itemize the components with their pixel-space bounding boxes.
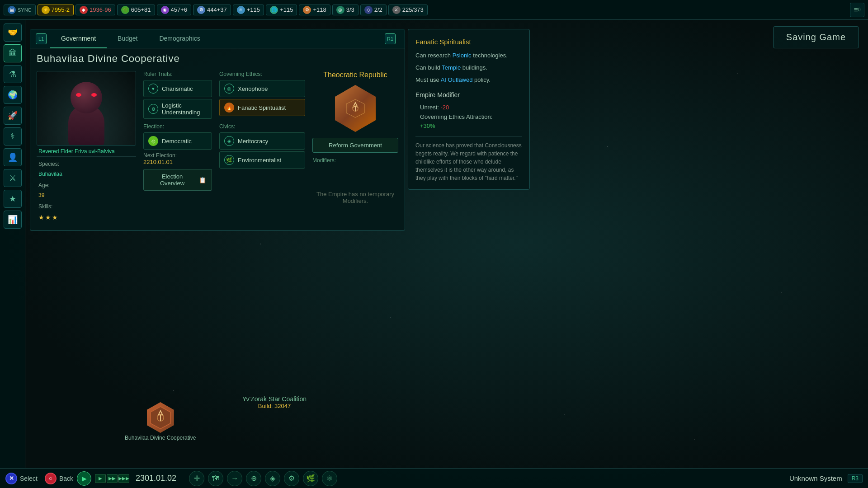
nav-goto[interactable]: → <box>227 471 242 486</box>
unity-icon: 🌐 <box>270 6 278 14</box>
civic-environmentalist[interactable]: 🌿 Environmentalist <box>219 151 305 169</box>
navy-icon: ◇ <box>364 6 373 14</box>
gov-type-svg <box>344 97 367 120</box>
sidebar-btn-special[interactable]: ★ <box>4 190 22 208</box>
nav-special3[interactable]: 🌿 <box>303 471 318 486</box>
leader-portrait <box>37 71 136 145</box>
resource-empire[interactable]: 🏛 SYNC <box>4 5 36 15</box>
nav-special4[interactable]: ⚛ <box>322 471 337 486</box>
nav-select[interactable]: ⊕ <box>246 471 261 486</box>
democratic-icon: ◎ <box>148 136 158 146</box>
modifiers-label: Modifiers: <box>312 157 398 164</box>
spiritualist-label: Fanatic Spiritualist <box>238 104 286 111</box>
tab-demographics[interactable]: Demographics <box>148 29 211 48</box>
sidebar-btn-leaders[interactable]: 👤 <box>4 148 22 166</box>
nav-map[interactable]: 🗺 <box>208 471 223 486</box>
factions-icon: ⚕ <box>10 131 15 141</box>
civics-label: Civics: <box>219 123 305 130</box>
info-panel: Fanatic Spiritualist Can research Psioni… <box>408 29 530 190</box>
options-button[interactable]: ≡ 0 <box>850 3 864 17</box>
meritocracy-icon: ◈ <box>224 136 234 146</box>
sidebar-btn-planets[interactable]: 🌍 <box>4 86 22 104</box>
civic-meritocracy[interactable]: ◈ Meritocracy <box>219 132 305 150</box>
ethic-xenophobe[interactable]: ◎ Xenophobe <box>219 80 305 97</box>
resource-influence[interactable]: ◉ 457+6 <box>157 5 192 15</box>
resource-energy[interactable]: ⚡ 7955-2 <box>38 5 74 15</box>
sidebar-btn-government[interactable]: 🏛 <box>4 44 22 62</box>
technology-icon: ⚗ <box>9 69 16 79</box>
leader-name: Revered Elder Eriva uvi-Balviva <box>37 145 136 157</box>
alloys-icon: ⚙ <box>197 6 205 14</box>
resource-army[interactable]: ⚔ 225/373 <box>388 5 428 15</box>
sidebar-btn-factions[interactable]: ⚕ <box>4 127 22 145</box>
play-button[interactable]: ▶ <box>77 471 91 486</box>
trait-charismatic[interactable]: ♥ Charismatic <box>143 80 212 97</box>
election-type-label: Democratic <box>162 138 192 145</box>
nav-special1[interactable]: ◈ <box>265 471 280 486</box>
resource-population[interactable]: ◎ 3/3 <box>332 5 359 15</box>
sidebar-btn-military[interactable]: ⚔ <box>4 169 22 187</box>
circle-button[interactable]: ○ <box>45 473 57 484</box>
science-icon: ⚛ <box>237 6 245 14</box>
entity-hexagon <box>147 402 174 433</box>
influence-icon: ◉ <box>161 6 169 14</box>
empire-icon: 🏛 <box>8 6 16 14</box>
panel-title: Buhavilaa Divine Cooperative <box>30 48 405 67</box>
info-line-2: Can build Temple buildings. <box>415 63 522 73</box>
entity-info: Buhavilaa Divine Cooperative <box>125 402 196 441</box>
info-line-3: Must use AI Outlawed policy. <box>415 75 522 85</box>
reform-government-button[interactable]: Reform Government <box>312 138 398 153</box>
alloys-value: 444+37 <box>207 6 227 13</box>
panel-body: Revered Elder Eriva uvi-Balviva Species:… <box>30 67 405 230</box>
nav-special2[interactable]: ⚙ <box>284 471 299 486</box>
ethic-fanatic-spiritualist[interactable]: 🔥 Fanatic Spiritualist <box>219 99 305 116</box>
trait-list: ♥ Charismatic ⚙ Logistic Understanding <box>143 80 212 119</box>
gov-hexagon <box>333 84 378 133</box>
sidebar-btn-fleet[interactable]: 🚀 <box>4 107 22 125</box>
sidebar-btn-situation[interactable]: 📊 <box>4 211 22 229</box>
tab-budget[interactable]: Budget <box>107 29 148 48</box>
main-content: L1 Government Budget Demographics R1 Buh… <box>25 20 868 468</box>
xenophobe-label: Xenophobe <box>238 85 268 92</box>
tab-r1-indicator: R1 <box>385 33 396 44</box>
resource-minerals[interactable]: ◆ 1936-96 <box>75 5 115 15</box>
nav-movement[interactable]: ✛ <box>189 471 204 486</box>
select-control: ✕ Select <box>5 473 38 484</box>
sidebar-btn-technology[interactable]: ⚗ <box>4 65 22 83</box>
situation-icon: 📊 <box>8 215 18 225</box>
government-panel: L1 Government Budget Demographics R1 Buh… <box>30 29 405 231</box>
overview-icon: 📋 <box>199 177 206 183</box>
info-flavor-text: Our science has proved that Consciousnes… <box>415 136 522 182</box>
x-button[interactable]: ✕ <box>5 473 17 484</box>
speed-2[interactable]: ▶▶ <box>107 474 118 483</box>
gov-type-section: Theocratic Republic Reform Government <box>312 71 398 153</box>
food-value: 605+81 <box>131 6 151 13</box>
resource-amenities[interactable]: ⚙ +118 <box>299 5 330 15</box>
bottom-right: Unknown System R3 <box>789 474 863 483</box>
resource-science[interactable]: ⚛ +115 <box>233 5 264 15</box>
hex-icon <box>335 85 376 132</box>
r3-indicator: R3 <box>848 474 863 483</box>
alien-figure <box>59 77 113 145</box>
resource-navy[interactable]: ◇ 2/2 <box>360 5 387 15</box>
resource-unity[interactable]: 🌐 +115 <box>266 5 297 15</box>
pop-icon: ◎ <box>336 6 344 14</box>
faction-build: Build: 32047 <box>242 403 307 409</box>
trait-logistic-understanding[interactable]: ⚙ Logistic Understanding <box>143 99 212 119</box>
resource-alloys[interactable]: ⚙ 444+37 <box>193 5 231 15</box>
science-value: +115 <box>247 6 260 13</box>
speed-1[interactable]: ▶ <box>95 474 106 483</box>
empire-modifier-title: Empire Modifier <box>415 90 522 100</box>
pop-value: 3/3 <box>346 6 354 13</box>
election-type-item[interactable]: ◎ Democratic <box>143 132 212 150</box>
resource-food[interactable]: 🌿 605+81 <box>117 5 155 15</box>
special-icon: ★ <box>9 194 16 204</box>
tab-government[interactable]: Government <box>50 29 107 48</box>
location-label: Unknown System <box>789 474 842 482</box>
sidebar-btn-diplomacy[interactable]: 🤝 <box>4 23 22 42</box>
navigation-buttons: ✛ 🗺 → ⊕ ◈ ⚙ 🌿 ⚛ <box>189 471 337 486</box>
next-election-label: Next Election: <box>143 152 212 159</box>
speed-3[interactable]: ▶▶▶ <box>118 474 129 483</box>
election-overview-button[interactable]: Election Overview 📋 <box>143 169 212 191</box>
xenophobe-icon: ◎ <box>224 84 234 94</box>
